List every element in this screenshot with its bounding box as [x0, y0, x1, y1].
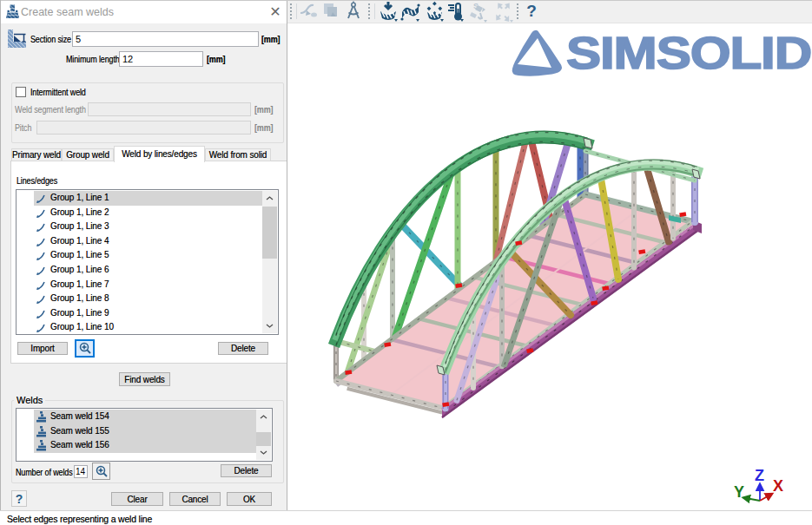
svg-text:Z: Z	[755, 467, 764, 484]
svg-text:X: X	[773, 477, 783, 495]
svg-text:Y: Y	[734, 483, 744, 501]
svg-text:SIMSOLID: SIMSOLID	[566, 28, 811, 78]
